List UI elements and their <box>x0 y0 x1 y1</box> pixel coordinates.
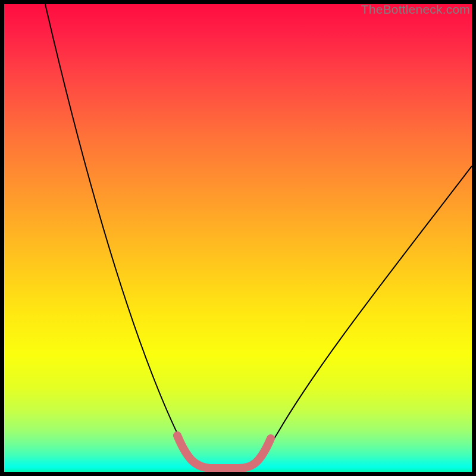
plot-area <box>4 4 472 472</box>
watermark-text: TheBottleneck.com <box>361 2 470 17</box>
black-curve <box>45 4 472 468</box>
curve-layer <box>4 4 472 472</box>
pink-min-curve <box>177 436 271 468</box>
chart-frame: TheBottleneck.com <box>0 0 476 476</box>
